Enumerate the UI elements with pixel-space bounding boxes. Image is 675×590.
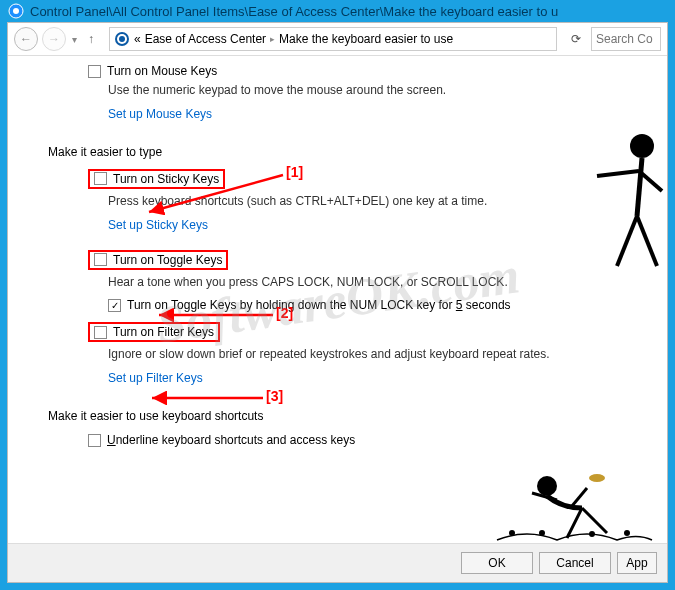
filter-keys-label: Turn on Filter Keys — [113, 325, 214, 339]
button-bar: OK Cancel App — [8, 543, 667, 582]
arrow-2-icon — [153, 308, 278, 322]
annotation-2: [2] — [276, 305, 293, 321]
svg-point-4 — [119, 36, 125, 42]
content-pane: Turn on Mouse Keys Use the numeric keypa… — [8, 56, 667, 543]
svg-point-30 — [624, 530, 630, 536]
svg-point-29 — [589, 531, 595, 537]
stick-figure-bottom — [487, 458, 657, 543]
mouse-keys-label: Turn on Mouse Keys — [107, 64, 217, 78]
svg-point-28 — [539, 530, 545, 536]
search-input[interactable] — [591, 27, 661, 51]
history-dropdown-icon[interactable]: ▾ — [72, 34, 77, 45]
svg-point-26 — [589, 474, 605, 482]
type-section-header: Make it easier to type — [48, 145, 651, 159]
shortcuts-section-header: Make it easier to use keyboard shortcuts — [48, 409, 651, 423]
toggle-keys-hold-checkbox[interactable] — [108, 299, 121, 312]
svg-line-23 — [572, 488, 587, 506]
apply-button[interactable]: App — [617, 552, 657, 574]
control-panel-icon — [8, 3, 24, 19]
svg-line-5 — [149, 175, 283, 212]
refresh-dropdown-icon[interactable]: ⟳ — [565, 28, 587, 50]
cancel-button[interactable]: Cancel — [539, 552, 611, 574]
svg-line-22 — [532, 493, 557, 500]
breadcrumb-item-2[interactable]: Make the keyboard easier to use — [279, 32, 453, 46]
filter-keys-checkbox[interactable] — [94, 326, 107, 339]
toggle-keys-desc: Hear a tone when you press CAPS LOCK, NU… — [108, 274, 651, 291]
filter-keys-link[interactable]: Set up Filter Keys — [108, 371, 203, 385]
arrow-1-icon — [143, 172, 288, 222]
breadcrumb-chevron[interactable]: « — [134, 32, 141, 46]
window-title-text: Control Panel\All Control Panel Items\Ea… — [30, 4, 558, 19]
arrow-3-icon — [146, 391, 268, 405]
breadcrumb-sep-icon: ▸ — [270, 34, 275, 44]
up-button[interactable]: ↑ — [81, 29, 101, 49]
svg-point-21 — [537, 476, 557, 496]
filter-keys-highlight: Turn on Filter Keys — [88, 322, 220, 342]
window-body: ← → ▾ ↑ « Ease of Access Center ▸ Make t… — [7, 22, 668, 583]
underline-shortcuts-label: Underline keyboard shortcuts and access … — [107, 433, 355, 447]
toggle-keys-label: Turn on Toggle Keys — [113, 253, 222, 267]
mouse-keys-desc: Use the numeric keypad to move the mouse… — [108, 82, 651, 99]
svg-point-1 — [13, 8, 19, 14]
nav-bar: ← → ▾ ↑ « Ease of Access Center ▸ Make t… — [8, 23, 667, 56]
mouse-keys-checkbox[interactable] — [88, 65, 101, 78]
ease-of-access-icon — [114, 31, 130, 47]
svg-line-25 — [582, 508, 607, 533]
annotation-1: [1] — [286, 164, 303, 180]
window-title-bar: Control Panel\All Control Panel Items\Ea… — [0, 0, 675, 22]
breadcrumb[interactable]: « Ease of Access Center ▸ Make the keybo… — [109, 27, 557, 51]
annotation-3: [3] — [266, 388, 283, 404]
ok-button[interactable]: OK — [461, 552, 533, 574]
breadcrumb-item-1[interactable]: Ease of Access Center — [145, 32, 266, 46]
filter-keys-desc: Ignore or slow down brief or repeated ke… — [108, 346, 651, 363]
forward-button[interactable]: → — [42, 27, 66, 51]
svg-line-24 — [567, 508, 582, 538]
toggle-keys-highlight: Turn on Toggle Keys — [88, 250, 228, 270]
underline-shortcuts-checkbox[interactable] — [88, 434, 101, 447]
toggle-keys-checkbox[interactable] — [94, 253, 107, 266]
svg-point-27 — [509, 530, 515, 536]
back-button[interactable]: ← — [14, 27, 38, 51]
sticky-keys-checkbox[interactable] — [94, 172, 107, 185]
mouse-keys-link[interactable]: Set up Mouse Keys — [108, 107, 212, 121]
